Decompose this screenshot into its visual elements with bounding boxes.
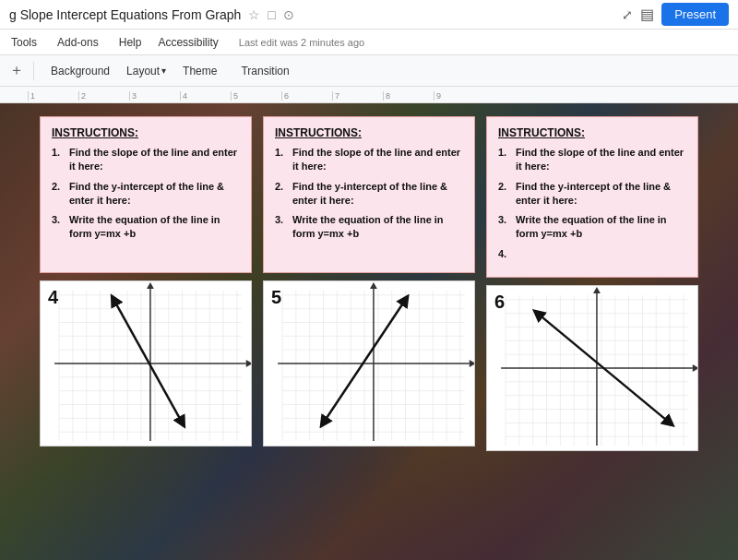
layout-button[interactable]: Layout ▾ (126, 65, 166, 77)
ruler-mark: 8 (383, 91, 434, 101)
graph-number-4: 4 (48, 287, 58, 308)
ruler-mark: 1 (28, 91, 78, 101)
transition-button[interactable]: Transition (233, 62, 296, 80)
slide-panel-4: INSTRUCTIONS:1.Find the slope of the lin… (40, 116, 252, 447)
ruler-mark: 4 (180, 91, 231, 101)
add-slide-icon[interactable]: ＋ (9, 61, 24, 80)
step-text: Find the slope of the line and enter it … (516, 146, 686, 173)
slide-inner: INSTRUCTIONS:1.Find the slope of the lin… (0, 103, 738, 560)
instruction-card-6: INSTRUCTIONS:1.Find the slope of the lin… (486, 116, 698, 278)
top-bar-left: g Slope Intercept Equations From Graph ☆… (9, 7, 294, 22)
graph-number-5: 5 (271, 287, 281, 308)
ruler: 1 2 3 4 5 6 7 8 9 (0, 87, 738, 103)
step-number: 2. (275, 180, 288, 208)
layout-label: Layout (126, 65, 160, 77)
step-number: 1. (275, 146, 288, 173)
main-content: INSTRUCTIONS:1.Find the slope of the lin… (0, 103, 738, 560)
instruction-step: 2.Find the y-intercept of the line & ent… (275, 180, 463, 208)
svg-marker-28 (147, 282, 154, 289)
step-text: Find the y-intercept of the line & enter… (516, 180, 686, 208)
graph-card-4: 4 (40, 280, 252, 447)
instruction-card-5: INSTRUCTIONS:1.Find the slope of the lin… (263, 116, 475, 273)
ruler-mark: 2 (78, 91, 129, 101)
graph-svg-5 (264, 281, 474, 446)
ruler-mark: 6 (281, 91, 332, 101)
present-button[interactable]: Present (661, 3, 729, 26)
step-number: 2. (52, 180, 65, 208)
instruction-title-6: INSTRUCTIONS: (498, 126, 686, 139)
svg-marker-86 (593, 287, 601, 293)
graph-card-6: 6 (486, 285, 698, 451)
instruction-title-5: INSTRUCTIONS: (275, 126, 463, 139)
step-text: Find the y-intercept of the line & enter… (292, 180, 463, 208)
grid-icon[interactable]: ▤ (640, 6, 654, 23)
top-bar-right: ⤢ ▤ Present (622, 3, 729, 26)
graph-svg-4 (41, 281, 251, 446)
slide-area: INSTRUCTIONS:1.Find the slope of the lin… (0, 103, 738, 560)
step-text: Write the equation of the line in form y… (292, 213, 463, 241)
document-title: g Slope Intercept Equations From Graph (9, 7, 241, 22)
expand-icon[interactable]: ⤢ (622, 7, 633, 22)
graph-card-5: 5 (263, 280, 475, 447)
graph-svg-6 (487, 286, 697, 450)
instruction-step: 3.Write the equation of the line in form… (52, 213, 240, 241)
instruction-step: 3.Write the equation of the line in form… (498, 213, 686, 241)
toolbar-separator (33, 62, 34, 80)
instruction-card-4: INSTRUCTIONS:1.Find the slope of the lin… (40, 116, 252, 273)
step-number: 3. (498, 213, 511, 241)
step-text: Find the slope of the line and enter it … (292, 146, 463, 173)
step-text: Find the slope of the line and enter it … (69, 146, 240, 173)
folder-icon[interactable]: □ (268, 7, 275, 22)
background-button[interactable]: Background (43, 62, 117, 80)
step-text: Write the equation of the line in form y… (69, 213, 240, 241)
step-text: Write the equation of the line in form y… (516, 213, 686, 241)
svg-marker-57 (370, 282, 377, 289)
star-icon[interactable]: ☆ (248, 7, 260, 22)
instruction-step: 2.Find the y-intercept of the line & ent… (498, 180, 686, 208)
menu-bar: Tools Add-ons Help Accessibility Last ed… (0, 30, 738, 55)
step-number: 1. (52, 146, 65, 173)
menu-tools[interactable]: Tools (7, 34, 41, 51)
svg-marker-85 (693, 364, 697, 372)
ruler-mark: 5 (231, 91, 281, 101)
layout-chevron-icon: ▾ (161, 66, 166, 76)
top-bar: g Slope Intercept Equations From Graph ☆… (0, 0, 738, 30)
theme-button[interactable]: Theme (175, 62, 224, 80)
instruction-step: 1.Find the slope of the line and enter i… (498, 146, 686, 173)
slide-panel-5: INSTRUCTIONS:1.Find the slope of the lin… (263, 116, 475, 447)
ruler-mark: 3 (129, 91, 180, 101)
slide-toolbar: ＋ Background Layout ▾ Theme Transition (0, 55, 738, 87)
slide-panel-6: INSTRUCTIONS:1.Find the slope of the lin… (486, 116, 698, 451)
step-number: 3. (52, 213, 65, 241)
cloud-icon[interactable]: ⊙ (283, 7, 294, 22)
graph-number-6: 6 (494, 292, 505, 313)
menu-addons[interactable]: Add-ons (54, 34, 102, 51)
instruction-step: 4. (498, 247, 686, 261)
step-number: 3. (275, 213, 288, 241)
last-edit-text: Last edit was 2 minutes ago (239, 37, 364, 48)
instruction-step: 3.Write the equation of the line in form… (275, 213, 463, 241)
menu-accessibility[interactable]: Accessibility (158, 36, 218, 49)
instruction-step: 1.Find the slope of the line and enter i… (52, 146, 240, 173)
ruler-mark: 9 (434, 91, 484, 101)
svg-marker-56 (470, 360, 474, 367)
instruction-step: 2.Find the y-intercept of the line & ent… (52, 180, 240, 208)
svg-marker-27 (246, 360, 251, 367)
instruction-step: 1.Find the slope of the line and enter i… (275, 146, 463, 173)
menu-help[interactable]: Help (115, 34, 146, 51)
step-text: Find the y-intercept of the line & enter… (69, 180, 240, 208)
step-number: 4. (498, 247, 511, 261)
step-number: 1. (498, 146, 511, 173)
step-number: 2. (498, 180, 511, 208)
instruction-title-4: INSTRUCTIONS: (52, 126, 240, 139)
ruler-mark: 7 (332, 91, 383, 101)
